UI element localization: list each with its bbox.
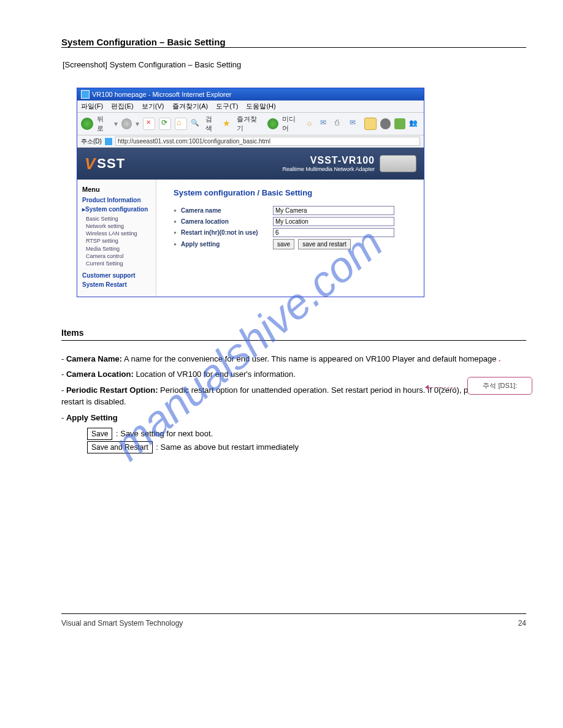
sidebar-menu: Menu Product Information ▸System configu… — [77, 180, 156, 297]
logo-v: V — [85, 154, 96, 173]
sidebar-basic[interactable]: Basic Setting — [86, 215, 156, 222]
bullet-icon: ● — [174, 208, 181, 213]
items-heading: Items — [61, 328, 526, 338]
disc-icon[interactable] — [380, 118, 391, 129]
item-camera-location: - Camera Location: Location of VR100 for… — [61, 368, 502, 381]
save-button[interactable]: save — [273, 239, 294, 249]
search-icon[interactable] — [191, 118, 202, 129]
edit-icon[interactable] — [350, 118, 361, 129]
camera-location-label: Camera location — [181, 218, 273, 225]
doc-heading: System Configuration – Basic Setting — [61, 37, 526, 47]
brand-logo: V SST — [85, 154, 125, 173]
forward-icon[interactable] — [121, 118, 132, 129]
row-camera-name: ● Camera name — [174, 206, 414, 215]
ie-titlebar: VR100 homepage - Microsoft Internet Expl… — [77, 88, 424, 100]
sidebar-wlan[interactable]: Wireless LAN setting — [86, 230, 156, 237]
back-icon[interactable] — [81, 118, 93, 130]
items-body: - Camera Name: A name for the convenienc… — [61, 353, 526, 455]
row-apply: ● Apply setting save save and restart — [174, 239, 414, 249]
panel-title: System configuration / Basic Setting — [174, 188, 414, 197]
footer-page: 24 — [518, 619, 526, 628]
ie-window: VR100 homepage - Microsoft Internet Expl… — [77, 88, 424, 297]
item-camera-name: - Camera Name: A name for the convenienc… — [61, 353, 502, 365]
row-camera-location: ● Camera location — [174, 217, 414, 226]
caption-text: System Configuration – Basic Setting — [110, 60, 242, 69]
favorites-icon[interactable] — [223, 118, 234, 129]
save-restart-button[interactable]: save and restart — [298, 239, 351, 249]
callout-connector — [428, 387, 456, 388]
messenger-icon[interactable] — [409, 118, 420, 129]
save-box: Save — [87, 428, 112, 440]
refresh-icon[interactable] — [159, 118, 171, 130]
item-apply-setting: - Apply Setting — [61, 412, 502, 424]
apply-label: Apply setting — [181, 241, 273, 248]
main-panel: System configuration / Basic Setting ● C… — [156, 180, 424, 297]
print-icon[interactable] — [335, 118, 346, 129]
page-footer: Visual and Smart System Technology 24 — [61, 613, 526, 628]
caption-label: [Screenshot] — [63, 60, 107, 69]
sidebar-prodinfo[interactable]: Product Information — [82, 197, 156, 203]
bullet-icon: ● — [174, 230, 181, 235]
row-restart-period: ● Restart in(hr)(0:not in use) — [174, 228, 414, 237]
device-image — [380, 155, 416, 172]
history-icon[interactable] — [305, 118, 316, 129]
menu-edit[interactable]: 편집(E) — [111, 102, 134, 110]
sidebar-restart[interactable]: System Restart — [82, 281, 156, 288]
sidebar-sysconf[interactable]: ▸System configuration — [82, 206, 156, 213]
ie-menubar: 파일(F) 편집(E) 보기(V) 즐겨찾기(A) 도구(T) 도움말(H) — [77, 100, 424, 113]
page-content: Menu Product Information ▸System configu… — [77, 180, 424, 297]
screenshot-caption: [Screenshot] System Configuration – Basi… — [63, 60, 526, 69]
sidebar-rtsp[interactable]: RTSP setting — [86, 237, 156, 245]
sidebar-heading: Menu — [82, 186, 156, 193]
stop-icon[interactable] — [143, 118, 155, 130]
book-icon[interactable] — [394, 118, 405, 129]
search-label: 검색 — [205, 115, 219, 133]
address-input[interactable]: http://useeast01.vsst.com:1001/configura… — [115, 137, 420, 146]
sidebar-media[interactable]: Media Setting — [86, 245, 156, 252]
ie-toolbar: 뒤로 ▾ ▾ 검색 즐겨찾기 미디어 — [77, 113, 424, 135]
model-label: VSST-VR100 — [282, 155, 375, 166]
restart-input[interactable] — [273, 228, 394, 237]
media-icon[interactable] — [267, 118, 278, 129]
page-icon — [104, 137, 113, 146]
save-restart-box-text: : Same as above but restart immediately — [156, 442, 299, 452]
camera-location-input[interactable] — [273, 217, 394, 226]
menu-view[interactable]: 보기(V) — [142, 102, 164, 110]
rule-items — [61, 340, 526, 341]
camera-name-label: Camera name — [181, 207, 273, 214]
menu-tools[interactable]: 도구(T) — [216, 102, 238, 110]
bullet-icon: ● — [174, 219, 181, 224]
brand-banner: V SST VSST-VR100 Realtime Multimedia Net… — [77, 148, 424, 180]
save-restart-box: Save and Restart — [87, 441, 153, 453]
model-tagline: Realtime Multimedia Network Adapter — [282, 166, 375, 172]
folder-icon[interactable] — [364, 118, 377, 130]
back-label: 뒤로 — [97, 115, 110, 133]
mail-icon[interactable] — [320, 118, 331, 129]
ie-title-text: VR100 homepage - Microsoft Internet Expl… — [92, 91, 231, 98]
sidebar-network[interactable]: Network setting — [86, 222, 156, 230]
ie-icon — [81, 90, 90, 99]
home-icon[interactable] — [175, 118, 187, 130]
save-box-text: : Save setting for next boot. — [116, 429, 213, 438]
bullet-icon: ● — [174, 241, 181, 247]
addr-label: 주소(D) — [81, 137, 102, 146]
ie-addressbar: 주소(D) http://useeast01.vsst.com:1001/con… — [77, 135, 424, 148]
menu-file[interactable]: 파일(F) — [81, 102, 103, 110]
restart-label: Restart in(hr)(0:not in use) — [181, 229, 273, 236]
comment-callout: 주석 [DS1]: — [467, 377, 532, 395]
media-label: 미디어 — [282, 115, 302, 133]
sidebar-support[interactable]: Customer support — [82, 272, 156, 279]
menu-fav[interactable]: 즐겨찾기(A) — [172, 102, 209, 110]
sidebar-camctrl[interactable]: Camera control — [86, 252, 156, 260]
sidebar-current[interactable]: Current Setting — [86, 260, 156, 267]
rule-top — [61, 47, 526, 48]
menu-help[interactable]: 도움말(H) — [246, 102, 275, 110]
favorites-label: 즐겨찾기 — [237, 115, 264, 133]
logo-sst: SST — [97, 156, 125, 172]
footer-left: Visual and Smart System Technology — [61, 619, 183, 628]
camera-name-input[interactable] — [273, 206, 394, 215]
